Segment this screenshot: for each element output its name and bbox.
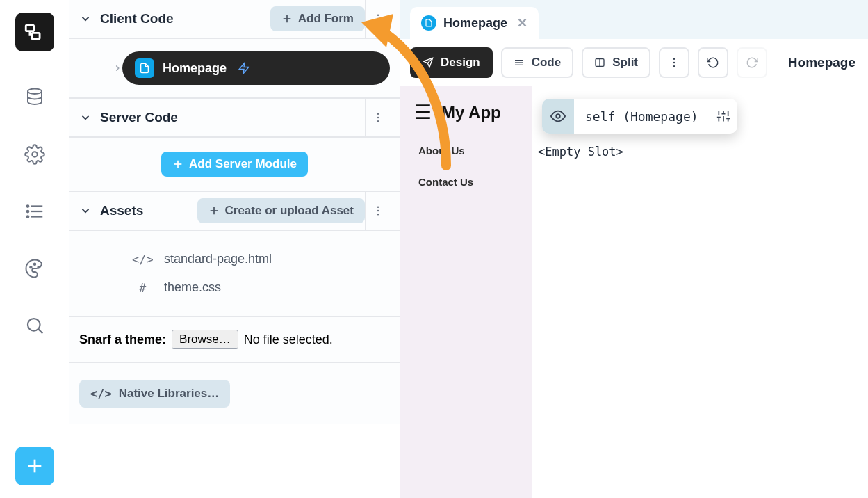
svg-point-42 [673, 65, 675, 67]
component-selector[interactable]: self (Homepage) [542, 99, 737, 134]
code-button[interactable]: Code [501, 47, 574, 78]
hash-icon: # [132, 281, 153, 295]
editor-tabbar: Homepage ✕ [400, 0, 868, 39]
server-code-header[interactable]: Server Code [69, 99, 400, 138]
design-button[interactable]: Design [410, 47, 493, 78]
code-label: Code [532, 56, 562, 70]
svg-point-13 [28, 319, 40, 331]
split-label: Split [612, 56, 638, 70]
add-form-label: Add Form [298, 12, 354, 26]
svg-point-25 [377, 120, 379, 122]
preview-main: self (Homepage) <Empty Slot> [532, 86, 868, 498]
database-icon[interactable] [24, 86, 46, 109]
create-asset-button[interactable]: Create or upload Asset [197, 198, 365, 223]
assets-title: Assets [100, 203, 197, 218]
svg-point-21 [377, 22, 379, 23]
more-button[interactable] [659, 47, 689, 78]
app-title: My App [441, 103, 501, 122]
svg-point-9 [26, 216, 28, 218]
svg-point-3 [32, 152, 38, 157]
svg-point-10 [30, 266, 32, 268]
homepage-label: Homepage [163, 61, 227, 76]
svg-point-32 [377, 214, 379, 215]
preview-sidebar: ☰ My App About Us Contact Us [400, 86, 532, 498]
search-icon[interactable] [24, 314, 46, 337]
client-code-title: Client Code [100, 11, 270, 26]
svg-point-41 [673, 61, 675, 63]
browse-button[interactable]: Browse… [172, 330, 238, 349]
native-libraries-button[interactable]: </> Native Libraries… [79, 380, 230, 408]
svg-point-19 [377, 15, 379, 16]
svg-point-23 [377, 113, 379, 115]
code-icon: </> [132, 252, 153, 266]
selector-text: self (Homepage) [574, 109, 710, 124]
close-icon[interactable]: ✕ [517, 15, 527, 31]
native-libraries-label: Native Libraries… [119, 387, 220, 401]
svg-point-12 [38, 266, 40, 268]
asset-item[interactable]: </> standard-page.html [79, 245, 390, 273]
gear-icon[interactable] [24, 143, 46, 166]
app-browser-panel: Client Code Add Form Homepage Server Cod… [69, 0, 400, 498]
asset-name: theme.css [164, 280, 221, 295]
file-status: No file selected. [244, 332, 333, 347]
design-canvas: ☰ My App About Us Contact Us self (Homep… [400, 86, 868, 498]
client-code-header[interactable]: Client Code Add Form [69, 0, 400, 39]
hamburger-icon[interactable]: ☰ [414, 103, 432, 122]
assets-body: </> standard-page.html # theme.css [69, 231, 400, 317]
server-code-body: Add Server Module [69, 138, 400, 192]
asset-item[interactable]: # theme.css [79, 273, 390, 302]
svg-point-11 [33, 264, 35, 266]
sliders-icon[interactable] [710, 99, 737, 134]
nav-link-contact[interactable]: Contact Us [407, 166, 525, 198]
chevron-right-icon [113, 63, 122, 73]
left-rail [0, 0, 69, 498]
undo-button[interactable] [698, 47, 728, 78]
breadcrumb: Homepage [788, 55, 858, 70]
bolt-icon [238, 62, 250, 74]
nav-link-about[interactable]: About Us [407, 135, 525, 166]
split-button[interactable]: Split [582, 47, 650, 78]
redo-button[interactable] [737, 47, 767, 78]
assets-header[interactable]: Assets Create or upload Asset [69, 192, 400, 231]
form-icon [421, 15, 436, 31]
form-icon [135, 58, 154, 78]
client-code-body: Homepage [69, 39, 400, 99]
client-code-more[interactable] [365, 0, 390, 38]
svg-point-40 [673, 58, 675, 59]
server-code-title: Server Code [100, 110, 365, 125]
palette-icon[interactable] [24, 257, 46, 280]
empty-slot-label: <Empty Slot> [538, 145, 623, 159]
editor-toolbar: Design Code Split Homepage [400, 39, 868, 86]
chevron-down-icon [79, 13, 92, 25]
svg-point-20 [377, 18, 379, 19]
svg-point-24 [377, 117, 379, 118]
app-logo [15, 13, 54, 51]
add-form-button[interactable]: Add Form [270, 6, 365, 31]
svg-point-30 [377, 207, 379, 208]
svg-line-14 [38, 329, 42, 333]
chevron-down-icon [79, 111, 92, 124]
eye-icon[interactable] [542, 99, 574, 134]
create-asset-label: Create or upload Asset [225, 204, 354, 218]
snarf-label: Snarf a theme: [79, 332, 166, 347]
svg-point-2 [28, 89, 42, 95]
svg-marker-22 [239, 63, 249, 74]
asset-name: standard-page.html [164, 252, 272, 266]
server-code-more[interactable] [365, 99, 390, 136]
svg-point-8 [26, 211, 28, 213]
add-button[interactable] [15, 447, 54, 485]
assets-more[interactable] [365, 192, 390, 230]
tab-homepage[interactable]: Homepage ✕ [410, 7, 539, 39]
svg-rect-1 [31, 33, 39, 39]
svg-point-31 [377, 210, 379, 211]
editor-area: Homepage ✕ Design Code Split Homepage [400, 0, 868, 498]
tab-label: Homepage [443, 16, 507, 31]
svg-point-43 [556, 114, 560, 118]
svg-rect-0 [26, 25, 33, 31]
list-icon[interactable] [24, 200, 46, 223]
add-server-module-label: Add Server Module [189, 157, 297, 171]
form-item-homepage[interactable]: Homepage [122, 51, 390, 85]
add-server-module-button[interactable]: Add Server Module [161, 152, 308, 177]
svg-point-7 [26, 205, 28, 207]
code-icon: </> [90, 387, 112, 401]
